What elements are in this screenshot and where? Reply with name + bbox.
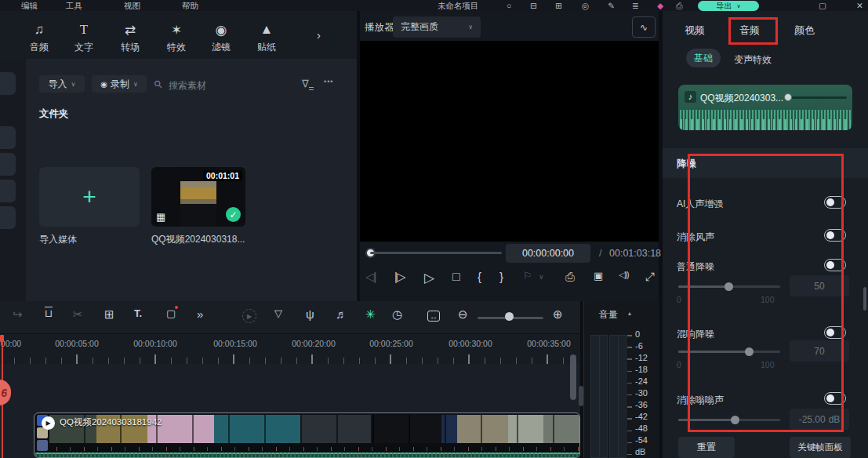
- tab-effects[interactable]: ✶ 特效: [154, 22, 198, 54]
- tab-media-library[interactable]: ▤ 库: [0, 22, 11, 54]
- tab-video[interactable]: 视频: [685, 24, 705, 38]
- mark-out-icon[interactable]: }: [499, 270, 503, 283]
- seek-track[interactable]: [370, 252, 502, 254]
- next-frame-icon[interactable]: |▷: [394, 270, 405, 284]
- store-icon[interactable]: ◆: [657, 1, 663, 10]
- tab-color[interactable]: 颜色: [794, 24, 815, 38]
- layout-icon[interactable]: ⊟: [530, 1, 537, 10]
- ai-voice-enhance-toggle[interactable]: [824, 196, 846, 209]
- tab-transition[interactable]: ⇄ 转场: [108, 22, 152, 54]
- marker-icon[interactable]: ▽: [274, 307, 282, 319]
- clip-volume-handle[interactable]: [784, 93, 792, 101]
- grid-icon[interactable]: ⊞: [555, 1, 562, 10]
- clip-play-badge[interactable]: ▶: [42, 416, 55, 430]
- export-button[interactable]: 导出 ∨: [698, 1, 759, 11]
- tabs-more-icon[interactable]: ›: [317, 28, 321, 42]
- zoom-in-icon[interactable]: ⊕: [553, 307, 563, 322]
- split-icon[interactable]: ✂: [73, 307, 83, 322]
- hum-removal-slider[interactable]: [678, 419, 780, 421]
- subtab-basic[interactable]: 基础: [686, 49, 721, 67]
- record-screen-icon[interactable]: ◎: [582, 1, 589, 10]
- list-icon[interactable]: ≣: [632, 1, 639, 10]
- sidebar-item[interactable]: [0, 72, 16, 95]
- tab-stickers[interactable]: ▲ 贴纸: [245, 22, 289, 54]
- clip-volume-track[interactable]: [792, 96, 847, 99]
- keyframe-panel-button[interactable]: 关键帧面板: [790, 437, 851, 458]
- filter-icon[interactable]: ∇: [302, 78, 309, 89]
- pen-icon[interactable]: ✎: [608, 1, 615, 10]
- playhead-handle[interactable]: [0, 335, 4, 342]
- voiceover-icon[interactable]: ψ: [306, 307, 314, 321]
- media-item-card[interactable]: 00:01:01 ▦ ✓: [151, 167, 245, 227]
- marker-icon[interactable]: ⚐: [523, 270, 532, 282]
- reverb-denoise-value[interactable]: 70: [790, 340, 849, 362]
- normal-denoise-slider[interactable]: [678, 285, 780, 288]
- quality-dropdown[interactable]: 完整画质 ∨: [393, 16, 481, 38]
- close-icon[interactable]: ✕: [856, 1, 863, 10]
- slider-handle[interactable]: [745, 347, 754, 356]
- play-icon[interactable]: ▷: [424, 270, 434, 286]
- tab-filters[interactable]: ◉ 滤镜: [199, 22, 243, 54]
- print-icon[interactable]: ⎙: [676, 1, 682, 11]
- collapse-arrow-icon[interactable]: ▴: [628, 310, 631, 317]
- menu-view[interactable]: 视图: [124, 1, 140, 11]
- panel-scrollbar[interactable]: [863, 287, 866, 311]
- record-button[interactable]: ◉ 录制 ∨: [92, 75, 147, 93]
- timeline-zoom-handle[interactable]: [505, 312, 514, 321]
- wind-removal-toggle[interactable]: [824, 229, 846, 242]
- redo-icon[interactable]: ↪: [13, 307, 23, 322]
- display-device-icon[interactable]: ⎙: [565, 270, 574, 284]
- delete-icon[interactable]: ⊔: [45, 307, 53, 319]
- preview-screen[interactable]: [360, 41, 659, 242]
- reset-button[interactable]: 重置: [678, 437, 735, 458]
- sidebar-item[interactable]: [0, 180, 16, 202]
- menu-edit[interactable]: 编辑: [21, 1, 38, 11]
- scopes-button[interactable]: ∿: [632, 16, 656, 38]
- denoise-icon[interactable]: ✳: [365, 307, 376, 322]
- timeline-scrollbar[interactable]: [570, 354, 576, 400]
- reverb-denoise-toggle[interactable]: [824, 326, 846, 339]
- menu-tools[interactable]: 工具: [66, 1, 82, 11]
- auto-ripple-icon[interactable]: ↔: [427, 311, 440, 322]
- tab-text[interactable]: T 文字: [62, 22, 106, 54]
- previous-frame-icon[interactable]: ◁|: [365, 270, 376, 284]
- audio-mixer-icon[interactable]: ♬: [336, 307, 347, 321]
- normal-denoise-value[interactable]: 50: [790, 275, 849, 296]
- menu-help[interactable]: 帮助: [182, 1, 198, 11]
- render-preview-icon[interactable]: ▶: [242, 309, 256, 323]
- slider-handle[interactable]: [725, 282, 733, 291]
- fullscreen-icon[interactable]: ⤢: [645, 270, 654, 284]
- export-chevron-icon[interactable]: ∨: [736, 3, 740, 9]
- mark-in-icon[interactable]: {: [478, 270, 481, 283]
- more-options-icon[interactable]: •••: [324, 78, 333, 85]
- hum-removal-toggle[interactable]: [824, 392, 846, 405]
- sidebar-item[interactable]: [0, 206, 16, 229]
- snapshot-icon[interactable]: ▣: [594, 270, 602, 282]
- time-ruler[interactable]: 00:00 00:00:05:00 00:00:10:00 00:00:15:0…: [0, 333, 580, 365]
- tab-audio[interactable]: ♫ 音频: [17, 22, 61, 54]
- zoom-out-icon[interactable]: ⊖: [458, 307, 468, 322]
- normal-denoise-toggle[interactable]: [824, 259, 846, 271]
- sidebar-item[interactable]: [0, 153, 16, 176]
- sidebar-item[interactable]: [0, 126, 16, 149]
- stop-icon[interactable]: □: [452, 270, 459, 284]
- timeline-video-clip[interactable]: ▶ QQ视频20240303181942: [34, 413, 580, 458]
- subtab-voice-effects[interactable]: 变声特效: [734, 53, 772, 67]
- mask-icon[interactable]: ▢: [166, 307, 176, 319]
- add-text-icon[interactable]: T.: [134, 307, 142, 319]
- crop-icon[interactable]: ⊞: [104, 307, 114, 322]
- help-icon[interactable]: ○: [507, 1, 511, 10]
- import-button[interactable]: 导入 ∨: [39, 75, 85, 93]
- tab-audio[interactable]: 音频: [739, 24, 760, 38]
- speed-icon[interactable]: ◷: [392, 307, 402, 322]
- search-icon[interactable]: ⚲: [151, 78, 165, 91]
- maximize-icon[interactable]: ▢: [819, 1, 826, 10]
- meter-collapse-handle[interactable]: [579, 386, 583, 406]
- reverb-denoise-slider[interactable]: [678, 351, 780, 353]
- slider-handle[interactable]: [731, 416, 739, 424]
- more-tools-icon[interactable]: »: [197, 307, 203, 321]
- import-media-card[interactable]: +: [39, 167, 140, 227]
- marker-chevron-icon[interactable]: ∨: [539, 273, 543, 281]
- audio-clip-card[interactable]: ♪ QQ视频20240303...: [678, 85, 852, 130]
- volume-icon[interactable]: ◁)): [619, 270, 629, 280]
